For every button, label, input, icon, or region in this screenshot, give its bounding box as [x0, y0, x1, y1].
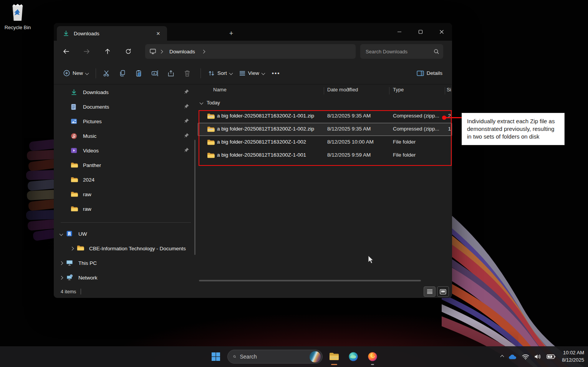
sidebar-item-documents[interactable]: Documents [58, 99, 194, 114]
edge-taskbar-button[interactable] [346, 348, 361, 365]
taskbar-search[interactable] [227, 350, 323, 364]
column-type[interactable]: Type [393, 87, 404, 93]
forward-button[interactable] [80, 45, 94, 58]
share-button[interactable] [164, 67, 177, 80]
svg-text:A: A [153, 71, 156, 75]
sort-button[interactable]: Sort [205, 68, 236, 79]
sidebar-item-downloads[interactable]: Downloads [58, 85, 194, 99]
sidebar-item-videos[interactable]: Videos [58, 143, 194, 158]
sidebar-item-uw[interactable]: UW [56, 226, 194, 241]
file-row[interactable]: a big folder-20250812T163200Z-1-002 8/12… [198, 136, 452, 149]
refresh-icon [125, 48, 131, 55]
forward-icon [83, 48, 90, 55]
sidebar-item-2024[interactable]: 2024 [58, 172, 194, 187]
sidebar-item-network[interactable]: Network [56, 270, 194, 285]
column-divider[interactable] [389, 87, 389, 94]
wallpaper-ribbons [442, 149, 588, 367]
new-tab-button[interactable]: + [225, 28, 237, 39]
onedrive-icon[interactable] [508, 354, 517, 360]
explorer-search-input[interactable] [366, 49, 434, 55]
recycle-bin-icon [9, 2, 27, 22]
battery-icon[interactable] [547, 354, 555, 359]
firefox-taskbar-button[interactable] [365, 348, 380, 365]
close-button[interactable] [431, 23, 452, 41]
details-button[interactable]: Details [413, 68, 446, 79]
sort-icon [208, 70, 215, 76]
details-view-button[interactable] [424, 286, 436, 297]
sidebar-item-raw-2[interactable]: raw [58, 202, 194, 216]
cut-button[interactable] [100, 67, 113, 80]
this-pc-icon [66, 260, 73, 266]
group-header-today[interactable]: Today [200, 100, 220, 106]
start-button[interactable] [208, 348, 224, 365]
maximize-button[interactable] [410, 23, 431, 41]
sidebar-item-this-pc[interactable]: This PC [56, 256, 194, 270]
sidebar-scrollbar[interactable] [194, 140, 195, 255]
back-button[interactable] [59, 45, 73, 58]
running-app-indicator [371, 364, 374, 365]
view-button[interactable]: View [236, 68, 268, 79]
sidebar-label: Panther [83, 162, 101, 168]
zip-file-icon [207, 113, 215, 119]
sidebar-label: Downloads [83, 89, 109, 95]
more-options-button[interactable]: ••• [268, 70, 284, 76]
search-highlight-image[interactable] [310, 351, 321, 362]
column-divider[interactable] [324, 87, 324, 94]
column-size[interactable]: Si [447, 87, 451, 93]
paste-icon [135, 70, 142, 77]
rename-button[interactable]: A [148, 67, 161, 80]
chevron-right-icon[interactable] [70, 246, 74, 250]
sidebar-label: raw [83, 192, 91, 197]
document-icon [71, 104, 76, 110]
share-icon [167, 70, 174, 77]
refresh-button[interactable] [121, 45, 135, 58]
pin-icon [184, 103, 189, 109]
up-button[interactable] [101, 45, 114, 58]
taskbar-clock[interactable]: 10:02 AM 8/12/2025 [562, 349, 584, 364]
chevron-right-icon[interactable] [59, 276, 63, 279]
search-icon [434, 49, 439, 55]
explorer-search[interactable] [360, 44, 443, 59]
sidebar-item-music[interactable]: Music [58, 129, 194, 143]
column-name[interactable]: Name [213, 87, 227, 93]
taskbar-search-input[interactable] [240, 354, 310, 360]
sidebar-item-panther[interactable]: Panther [58, 158, 194, 172]
paste-button[interactable] [132, 67, 145, 80]
sidebar-item-cbe-it-documents[interactable]: CBE-Information Technology - Documents [67, 241, 194, 256]
file-type: Compressed (zipp... [393, 126, 446, 132]
chevron-down-icon[interactable] [59, 232, 63, 236]
hidden-icons-chevron[interactable] [500, 355, 504, 359]
recycle-bin-shortcut[interactable]: Recycle Bin [3, 2, 32, 30]
chevron-right-icon[interactable] [59, 261, 63, 265]
column-divider[interactable] [445, 87, 445, 94]
tab-downloads[interactable]: Downloads ✕ [57, 26, 167, 41]
trash-icon [184, 70, 190, 77]
sidebar-item-raw[interactable]: raw [58, 187, 194, 202]
download-icon [63, 30, 69, 36]
file-row[interactable]: a big folder-20250812T163200Z-1-001 8/12… [198, 149, 452, 162]
annotation-connector-line [446, 117, 462, 118]
file-name: a big folder-20250812T163200Z-1-001 [217, 152, 324, 158]
file-type: File folder [393, 139, 446, 145]
column-date-modified[interactable]: Date modified [327, 87, 358, 93]
system-tray: 10:02 AM 8/12/2025 [501, 346, 584, 367]
rename-icon: A [151, 70, 159, 77]
horizontal-scrollbar[interactable] [199, 280, 421, 281]
volume-icon[interactable] [534, 354, 542, 360]
breadcrumb[interactable]: Downloads [145, 44, 356, 59]
copy-button[interactable] [116, 67, 129, 80]
wifi-icon[interactable] [522, 354, 529, 360]
file-row-selected[interactable]: a big folder-20250812T163200Z-1-002.zip … [198, 123, 452, 136]
firefox-icon [368, 352, 378, 362]
file-explorer-taskbar-button[interactable] [326, 348, 342, 365]
desktop: Recycle Bin Downloads ✕ + [0, 0, 588, 367]
delete-button[interactable] [181, 67, 194, 80]
breadcrumb-item-downloads[interactable]: Downloads [169, 49, 195, 55]
file-row[interactable]: a big folder-20250812T163200Z-1-001.zip … [198, 110, 452, 123]
large-icons-view-button[interactable] [437, 286, 449, 297]
sidebar-item-pictures[interactable]: Pictures [58, 114, 194, 129]
pin-icon [184, 132, 189, 138]
tab-close-icon[interactable]: ✕ [153, 28, 163, 38]
new-button[interactable]: New [60, 67, 92, 79]
minimize-button[interactable] [389, 23, 410, 41]
